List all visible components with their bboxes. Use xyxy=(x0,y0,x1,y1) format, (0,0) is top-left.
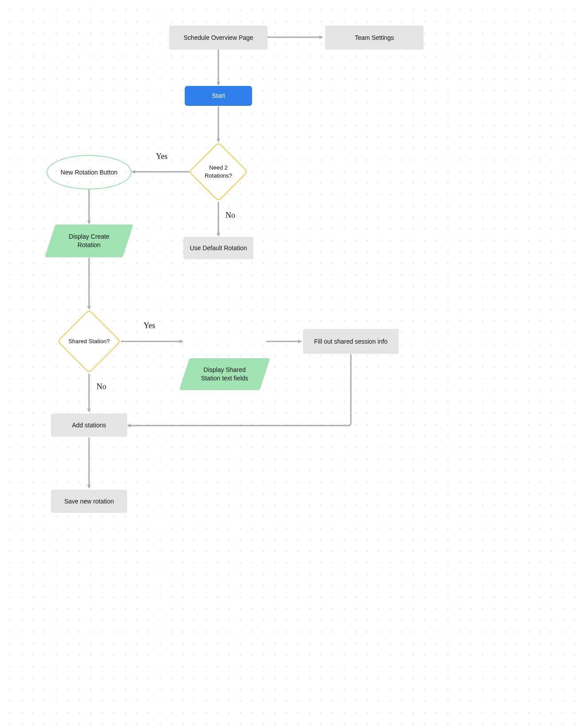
node-display-create-rotation: Display Create Rotation xyxy=(50,225,128,257)
edge-label-no-2: No xyxy=(97,382,106,391)
node-display-shared-station: Display Shared Station text fields xyxy=(184,358,265,390)
edge-label-yes-2: Yes xyxy=(144,321,155,330)
node-save-new-rotation: Save new rotation xyxy=(51,490,127,513)
node-team-settings: Team Settings xyxy=(325,26,424,50)
edge-label-yes-1: Yes xyxy=(156,152,167,161)
node-fill-out-shared: Fill out shared session info xyxy=(303,329,399,354)
node-add-stations: Add stations xyxy=(51,414,127,437)
node-need-2-rotations-label: Need 2 Rotations? xyxy=(188,142,249,202)
node-need-2-rotations: Need 2 Rotations? xyxy=(188,142,249,202)
node-new-rotation-button: New Rotation Button xyxy=(47,155,132,190)
node-use-default-rotation: Use Default Rotation xyxy=(183,237,253,259)
node-start: Start xyxy=(185,86,252,106)
node-schedule-overview: Schedule Overview Page xyxy=(169,26,268,50)
edge-label-no-1: No xyxy=(225,211,235,220)
node-shared-station-label: Shared Station? xyxy=(57,309,121,374)
flowchart-canvas: Schedule Overview Page Team Settings Sta… xyxy=(0,0,583,728)
node-shared-station: Shared Station? xyxy=(57,309,121,374)
node-display-create-rotation-label: Display Create Rotation xyxy=(50,225,128,257)
node-display-shared-station-label: Display Shared Station text fields xyxy=(184,358,265,390)
